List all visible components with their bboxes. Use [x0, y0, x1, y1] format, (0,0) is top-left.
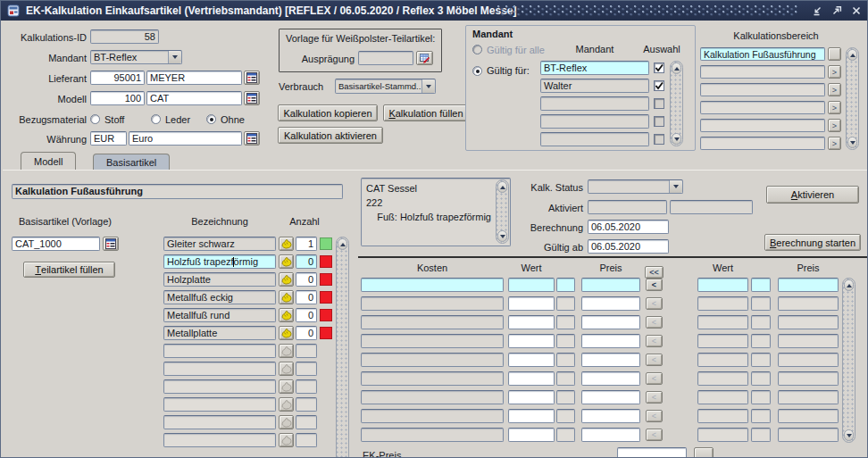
- preis-field[interactable]: [581, 296, 640, 311]
- mandant-row-field[interactable]: BT-Reflex: [540, 61, 649, 75]
- preis2-field[interactable]: [778, 390, 839, 404]
- preis2-field[interactable]: [778, 409, 839, 423]
- wert2-field[interactable]: [697, 371, 748, 386]
- anzahl-field[interactable]: [296, 433, 317, 447]
- kosten-field[interactable]: [361, 371, 504, 386]
- preis-field[interactable]: [581, 428, 640, 442]
- auspraegung-lov-button[interactable]: [416, 51, 433, 65]
- anzahl-field[interactable]: 0: [296, 290, 317, 304]
- left-list-scrollbar[interactable]: [336, 237, 349, 458]
- preis2-field[interactable]: [778, 278, 839, 292]
- move-one-button[interactable]: <: [646, 335, 663, 347]
- preis-field[interactable]: [581, 315, 640, 329]
- tab-basisartikel[interactable]: Basisartikel: [93, 154, 170, 170]
- kalkulation-kopieren-button[interactable]: Kalkulation kopieren: [278, 104, 378, 121]
- preis-field[interactable]: [581, 409, 640, 423]
- bezeichnung-field[interactable]: Metallfuß rund: [163, 308, 276, 322]
- preis2-field[interactable]: [778, 428, 839, 442]
- berechnung-starten-button[interactable]: Berechnung starten: [764, 234, 861, 251]
- anzahl-field[interactable]: [296, 397, 317, 412]
- scroll-down-icon[interactable]: [672, 133, 681, 145]
- wert2-unit-field[interactable]: [751, 428, 771, 442]
- kalkbereich-scrollbar[interactable]: [846, 47, 859, 150]
- aktiviert-field-2[interactable]: [670, 200, 753, 214]
- bezeichnung-field[interactable]: [163, 379, 276, 394]
- bezeichnung-field[interactable]: [163, 362, 276, 376]
- preis2-field[interactable]: [778, 371, 839, 386]
- preis-field[interactable]: [581, 353, 640, 367]
- wert2-unit-field[interactable]: [751, 334, 771, 348]
- wert2-unit-field[interactable]: [751, 353, 771, 367]
- kalkbereich-row-field[interactable]: [700, 83, 825, 96]
- kalkbereich-select-button[interactable]: >: [828, 83, 841, 96]
- kosten-field[interactable]: [361, 409, 504, 423]
- scroll-down-icon[interactable]: [844, 429, 854, 441]
- berechnung-field[interactable]: 06.05.2020: [588, 220, 669, 234]
- wert-field[interactable]: [508, 334, 555, 348]
- preis2-field[interactable]: [778, 353, 839, 367]
- waehrung-code-field[interactable]: EUR: [90, 131, 127, 146]
- mandant-row-checkbox[interactable]: [654, 134, 664, 145]
- teilartikel-icon-button[interactable]: [279, 290, 294, 304]
- teilartikel-icon-button[interactable]: [279, 272, 294, 287]
- anzahl-field[interactable]: 0: [296, 308, 317, 322]
- kalkbereich-row-field[interactable]: [700, 119, 825, 132]
- kalk-status-dropdown[interactable]: [588, 179, 683, 194]
- wert-unit-field[interactable]: [556, 334, 575, 348]
- radio-gueltig-fuer[interactable]: [472, 66, 482, 76]
- wert-unit-field[interactable]: [556, 315, 575, 329]
- teilartikel-icon-button[interactable]: [279, 397, 294, 412]
- kalkulations-id-field[interactable]: 58: [90, 29, 159, 44]
- wert-unit-field[interactable]: [556, 296, 575, 311]
- modell-name-field[interactable]: CAT: [146, 91, 242, 105]
- anzahl-field[interactable]: 0: [296, 254, 317, 269]
- wert2-field[interactable]: [697, 353, 748, 367]
- mandant-row-checkbox[interactable]: [654, 80, 664, 91]
- kosten-field[interactable]: [361, 334, 504, 348]
- wert-unit-field[interactable]: [556, 409, 575, 423]
- anzahl-field[interactable]: [296, 415, 317, 429]
- preis2-field[interactable]: [778, 315, 839, 329]
- wert-unit-field[interactable]: [556, 278, 575, 292]
- move-one-button[interactable]: <: [646, 279, 663, 291]
- modell-number-field[interactable]: 100: [90, 91, 145, 105]
- bezeichnung-field[interactable]: Metallfuß eckig: [163, 290, 276, 304]
- wert2-unit-field[interactable]: [751, 296, 771, 311]
- scroll-up-icon[interactable]: [338, 238, 347, 250]
- basisartikel-lov-button[interactable]: [103, 237, 119, 251]
- wert2-unit-field[interactable]: [751, 390, 771, 404]
- radio-stoff[interactable]: [90, 114, 100, 124]
- wert-field[interactable]: [508, 371, 555, 386]
- waehrung-name-field[interactable]: Euro: [129, 131, 242, 146]
- kalkbereich-row-field[interactable]: [700, 101, 825, 114]
- lieferant-number-field[interactable]: 95001: [90, 71, 145, 85]
- wert2-field[interactable]: [697, 334, 748, 348]
- scroll-down-icon[interactable]: [847, 137, 857, 148]
- bezeichnung-field[interactable]: Gleiter schwarz: [163, 237, 276, 251]
- anzahl-field[interactable]: [296, 379, 317, 394]
- preis2-field[interactable]: [778, 296, 839, 311]
- teilartikel-icon-button[interactable]: [279, 308, 294, 322]
- move-one-button[interactable]: <: [646, 429, 663, 441]
- wert2-field[interactable]: [697, 296, 748, 311]
- bezeichnung-field[interactable]: Metallplatte: [163, 326, 276, 340]
- wert-field[interactable]: [508, 296, 555, 311]
- preis2-field[interactable]: [778, 334, 839, 348]
- scroll-up-icon[interactable]: [672, 62, 681, 74]
- tab-modell[interactable]: Modell: [21, 152, 76, 170]
- wert-field[interactable]: [508, 390, 555, 404]
- wert2-unit-field[interactable]: [751, 315, 771, 329]
- kalkbereich-select-button[interactable]: [828, 47, 841, 61]
- basisartikel-field[interactable]: CAT_1000: [12, 237, 100, 251]
- wert2-field[interactable]: [697, 390, 748, 404]
- mandant-dropdown[interactable]: BT-Reflex: [90, 50, 182, 64]
- lieferant-lov-button[interactable]: [244, 71, 260, 85]
- bezeichnung-field[interactable]: Holzfuß trapezförmig: [163, 254, 276, 269]
- mandant-scrollbar[interactable]: [670, 61, 683, 146]
- radio-leder[interactable]: [151, 114, 161, 124]
- kosten-field[interactable]: [361, 428, 504, 442]
- anzahl-field[interactable]: 1: [296, 237, 317, 251]
- auspraegung-field[interactable]: [358, 51, 413, 65]
- aktivieren-button[interactable]: Aktivieren: [766, 186, 859, 204]
- teilartikel-icon-button[interactable]: [279, 379, 294, 394]
